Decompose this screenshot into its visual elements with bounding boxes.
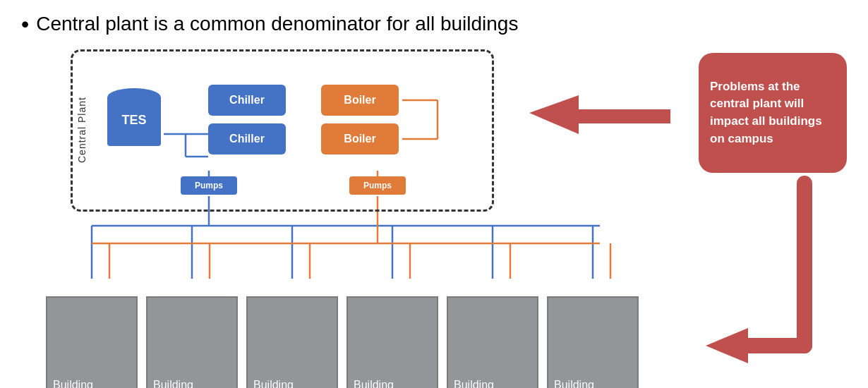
tes-label: TES <box>107 113 161 128</box>
boiler2-box: Boiler <box>321 123 399 154</box>
building-3-label: Building <box>253 379 294 388</box>
boiler2-label: Boiler <box>344 133 375 145</box>
pumps-blue-label: Pumps <box>195 181 223 190</box>
building-6-label: Building <box>554 379 594 388</box>
buildings-row: Building Building Building Building Buil… <box>46 296 639 388</box>
building-1-label: Building <box>53 379 93 388</box>
pumps-orange-label: Pumps <box>363 181 392 190</box>
svg-marker-26 <box>529 95 670 134</box>
boiler1-label: Boiler <box>344 94 375 107</box>
building-5-label: Building <box>454 379 494 388</box>
chiller2-box: Chiller <box>208 123 286 154</box>
building-2-label: Building <box>153 379 193 388</box>
tes-component: TES <box>106 88 162 152</box>
building-5: Building <box>447 296 538 388</box>
chiller2-label: Chiller <box>229 133 265 145</box>
building-3: Building <box>246 296 338 388</box>
boiler1-box: Boiler <box>321 85 399 116</box>
building-2: Building <box>146 296 238 388</box>
pumps-orange-box: Pumps <box>349 176 406 195</box>
central-plant-label: Central Plant <box>76 52 88 207</box>
building-6: Building <box>547 296 639 388</box>
svg-marker-29 <box>706 328 748 363</box>
chiller1-label: Chiller <box>229 94 265 107</box>
problem-text: Problems at the central plant will impac… <box>710 78 836 148</box>
pumps-blue-box: Pumps <box>181 176 237 195</box>
chiller1-box: Chiller <box>208 85 286 116</box>
diagram-area: Central Plant TES Chiller Chiller Boiler… <box>0 42 868 374</box>
problem-box: Problems at the central plant will impac… <box>699 53 847 173</box>
building-4-label: Building <box>354 379 394 388</box>
bullet: • <box>21 13 29 35</box>
building-4: Building <box>346 296 438 388</box>
building-1: Building <box>46 296 138 388</box>
title-text: Central plant is a common denominator fo… <box>36 13 518 35</box>
main-title: • Central plant is a common denominator … <box>0 0 868 42</box>
